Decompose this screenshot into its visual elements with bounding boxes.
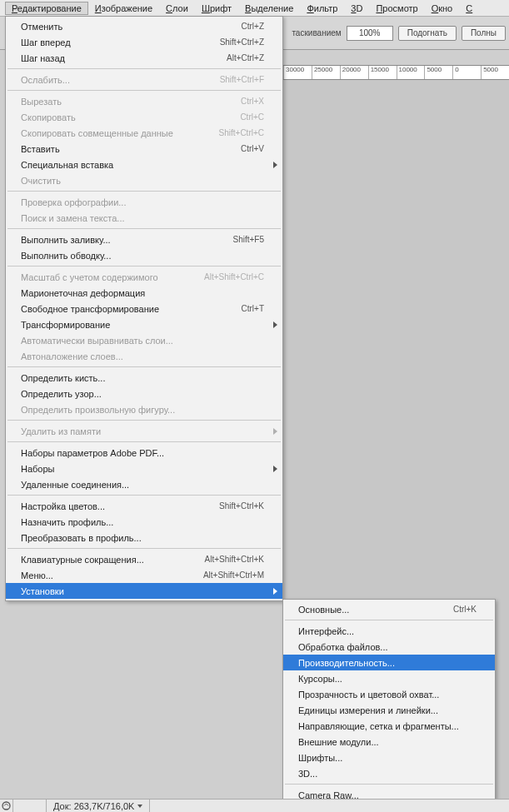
chevron-right-icon — [273, 321, 277, 328]
prefs-menu-item[interactable]: Прозрачность и цветовой охват... — [283, 686, 495, 702]
status-sync-icon[interactable] — [0, 800, 13, 813]
menu-item-label: Шаг вперед — [21, 37, 220, 47]
menu-item-label: Удалить из памяти — [21, 426, 264, 436]
status-doc-size[interactable]: Док: 263,7K/716,0K — [47, 800, 150, 812]
menu-item-label: 3D... — [298, 769, 477, 779]
prefs-menu-item[interactable]: Направляющие, сетка и фрагменты... — [283, 718, 495, 734]
menu-item-label: Очистить — [21, 176, 264, 186]
edit-menu-item: Масштаб с учетом содержимогоAlt+Shift+Ct… — [6, 269, 282, 285]
svg-point-0 — [2, 802, 10, 810]
edit-menu-item[interactable]: Свободное трансформированиеCtrl+T — [6, 301, 282, 316]
menu-item-shortcut: Ctrl+T — [242, 304, 265, 313]
menu-image[interactable]: Изображение — [88, 2, 159, 15]
edit-menu-item: Проверка орфографии... — [6, 194, 282, 210]
menu-view[interactable]: Просмотр — [369, 2, 424, 15]
edit-menu-item[interactable]: Назначить профиль... — [6, 514, 282, 530]
edit-menu-item[interactable]: Определить узор... — [6, 386, 282, 401]
menu-item-label: Назначить профиль... — [21, 517, 264, 527]
options-drag-label: таскиванием — [292, 28, 341, 37]
menu-item-label: Производительность... — [298, 658, 477, 668]
edit-menu-item: СкопироватьCtrl+C — [6, 109, 282, 125]
edit-menu-item[interactable]: Определить кисть... — [6, 370, 282, 386]
prefs-menu-item[interactable]: Курсоры... — [283, 670, 495, 686]
menu-separator — [7, 441, 281, 442]
edit-menu-item[interactable]: Шаг назадAlt+Ctrl+Z — [6, 50, 282, 66]
menu-item-shortcut: Alt+Shift+Ctrl+M — [203, 570, 264, 580]
prefs-menu-item[interactable]: Шрифты... — [283, 750, 495, 765]
prefs-menu-item[interactable]: 3D... — [283, 765, 495, 781]
ruler-tick: 20000 — [340, 66, 368, 79]
ruler-tick: 0 — [452, 66, 481, 79]
edit-menu-item[interactable]: Выполнить обводку... — [6, 247, 282, 263]
menu-item-label: Основные... — [298, 605, 453, 615]
edit-menu-item[interactable]: Наборы — [6, 461, 282, 476]
edit-menu-item[interactable]: Специальная вставка — [6, 157, 282, 172]
menu-window[interactable]: Окно — [425, 2, 460, 15]
edit-menu-item[interactable]: Настройка цветов...Shift+Ctrl+K — [6, 498, 282, 514]
menu-item-label: Специальная вставка — [21, 160, 264, 170]
menu-item-shortcut: Shift+Ctrl+K — [219, 501, 264, 511]
menu-separator — [7, 228, 281, 229]
menu-item-shortcut: Ctrl+C — [240, 112, 264, 122]
edit-menu-item: Поиск и замена текста... — [6, 210, 282, 226]
menu-separator — [7, 68, 281, 69]
menubar: Редактирование Изображение Слои Шрифт Вы… — [0, 0, 509, 17]
menu-filter[interactable]: Фильтр — [300, 2, 344, 15]
prefs-menu-item[interactable]: Обработка файлов... — [283, 639, 495, 655]
edit-menu-item[interactable]: Выполнить заливку...Shift+F5 — [6, 232, 282, 247]
menu-separator — [7, 548, 281, 549]
menu-item-label: Марионеточная деформация — [21, 288, 264, 298]
menu-separator — [7, 90, 281, 91]
prefs-menu-item[interactable]: Интерфейс... — [283, 623, 495, 639]
prefs-menu-item[interactable]: Производительность... — [283, 655, 495, 670]
menu-separator — [7, 366, 281, 367]
menu-item-shortcut: Shift+Ctrl+C — [219, 128, 264, 137]
edit-menu-item[interactable]: ОтменитьCtrl+Z — [6, 18, 282, 34]
edit-menu-item[interactable]: Марионеточная деформация — [6, 285, 282, 301]
edit-dropdown-menu: ОтменитьCtrl+ZШаг впередShift+Ctrl+ZШаг … — [5, 16, 283, 601]
full-button[interactable]: Полны — [462, 26, 506, 41]
edit-menu-item[interactable]: Трансформирование — [6, 316, 282, 332]
menu-item-label: Выполнить заливку... — [21, 235, 232, 245]
menu-item-shortcut: Shift+Ctrl+Z — [220, 37, 264, 47]
menu-item-label: Шаг назад — [21, 53, 227, 63]
edit-menu-item[interactable]: Преобразовать в профиль... — [6, 530, 282, 545]
prefs-menu-item[interactable]: Основные...Ctrl+K — [283, 601, 495, 617]
menu-item-shortcut: Alt+Ctrl+Z — [227, 53, 264, 62]
menu-item-shortcut: Ctrl+V — [241, 144, 264, 153]
chevron-right-icon — [273, 162, 277, 168]
menu-3d[interactable]: 3D — [344, 2, 369, 15]
menu-select[interactable]: Выделение — [238, 2, 300, 15]
zoom-input[interactable]: 100% — [347, 26, 393, 41]
menu-separator — [285, 784, 493, 785]
menu-item-label: Курсоры... — [298, 674, 477, 684]
edit-menu-item[interactable]: Шаг впередShift+Ctrl+Z — [6, 34, 282, 50]
chevron-right-icon — [273, 428, 277, 435]
edit-menu-item[interactable]: Установки — [6, 583, 282, 599]
horizontal-ruler: 3000025000200001500010000500005000 — [283, 65, 509, 80]
ruler-tick: 15000 — [368, 66, 397, 79]
fit-button[interactable]: Подогнать — [398, 26, 457, 41]
menu-item-label: Внешние модули... — [298, 737, 477, 747]
menu-item-shortcut: Alt+Shift+Ctrl+K — [205, 555, 264, 564]
menu-item-shortcut: Alt+Shift+Ctrl+C — [204, 272, 264, 281]
menu-help[interactable]: С — [459, 2, 479, 15]
menu-item-label: Удаленные соединения... — [21, 480, 264, 490]
menu-edit[interactable]: Редактирование — [5, 2, 88, 15]
edit-menu-item: Скопировать совмещенные данныеShift+Ctrl… — [6, 125, 282, 141]
edit-menu-item[interactable]: Наборы параметров Adobe PDF... — [6, 445, 282, 461]
prefs-menu-item[interactable]: Единицы измерения и линейки... — [283, 702, 495, 718]
edit-menu-item[interactable]: ВставитьCtrl+V — [6, 141, 282, 157]
menu-item-shortcut: Ctrl+K — [453, 605, 477, 614]
menu-item-label: Скопировать — [21, 112, 240, 122]
menu-layers[interactable]: Слои — [159, 2, 195, 15]
menu-item-label: Вырезать — [21, 97, 241, 107]
prefs-menu-item[interactable]: Внешние модули... — [283, 734, 495, 750]
menu-item-label: Отменить — [21, 22, 242, 32]
ruler-tick: 25000 — [312, 66, 340, 79]
menu-type[interactable]: Шрифт — [195, 2, 238, 15]
edit-menu-item[interactable]: Клавиатурные сокращения...Alt+Shift+Ctrl… — [6, 551, 282, 567]
edit-menu-item[interactable]: Меню...Alt+Shift+Ctrl+M — [6, 567, 282, 583]
menu-item-label: Свободное трансформирование — [21, 304, 242, 314]
edit-menu-item[interactable]: Удаленные соединения... — [6, 476, 282, 492]
